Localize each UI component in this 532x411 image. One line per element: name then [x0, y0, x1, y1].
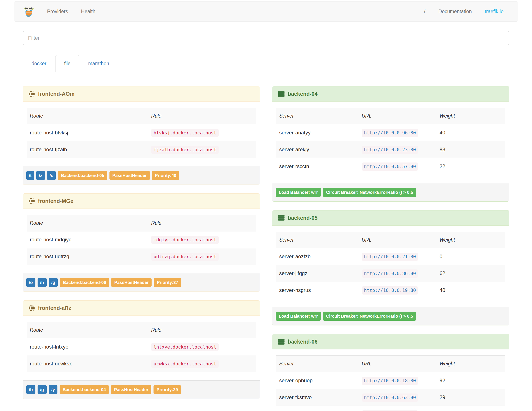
frontend-panel-footer: /t /z /s Backend:backend-05 PassHostHead…	[23, 166, 260, 185]
backend-panel-05: backend-05 Server URL Weight	[272, 210, 509, 326]
main-container: docker file marathon frontend-AOm	[23, 31, 509, 411]
nav-providers[interactable]: Providers	[41, 9, 74, 14]
servers-header-server: Server	[276, 356, 359, 372]
table-row: route-host-ucwksx ucwksx.docker.localhos…	[27, 355, 256, 372]
frontend-panel-body: Route Rule route-host-mdqiyc mdqiyc.dock…	[23, 209, 260, 273]
server-weight: 92	[437, 372, 505, 389]
entrypoint-label: /s	[47, 171, 56, 180]
table-row: server-rscctn http://10.0.0.57:80 22	[276, 158, 505, 175]
server-url: http://10.0.0.57:80	[362, 163, 418, 171]
globe-icon	[28, 198, 35, 204]
frontend-panel-heading: frontend-MGe	[23, 194, 260, 209]
server-url: http://10.0.0.86:80	[362, 269, 418, 278]
route-rule: fjzalb.docker.localhost	[151, 146, 219, 154]
servers-header-weight: Weight	[437, 108, 505, 124]
backends-column: backend-04 Server URL Weight	[272, 86, 509, 411]
server-name: server-jifqgz	[276, 265, 359, 282]
routes-header-route: Route	[27, 322, 148, 338]
server-weight: 29	[437, 389, 505, 406]
table-row: server-jifqgz http://10.0.0.86:80 62	[276, 265, 505, 282]
route-name: route-host-btvksj	[27, 124, 148, 141]
entrypoint-label: /y	[49, 385, 58, 394]
circuit-breaker-label: Circuit Breaker: NetworkErrorRatio () > …	[323, 312, 416, 321]
backend-ref-label: Backend:backend-04	[60, 385, 109, 394]
frontend-panel-AOm: frontend-AOm Route Rule route-host-btvk	[23, 86, 260, 185]
passhostheader-label: PassHostHeader	[111, 385, 151, 394]
frontend-title: frontend-AOm	[38, 91, 75, 97]
passhostheader-label: PassHostHeader	[111, 278, 152, 287]
servers-table: Server URL Weight server-opbuop http://1…	[276, 355, 505, 411]
backend-panel-body: Server URL Weight server-anatyy http://1…	[272, 102, 509, 183]
routes-header-rule: Rule	[148, 215, 256, 231]
load-balancer-label: Load Balancer: wrr	[276, 312, 321, 321]
servers-header-weight: Weight	[437, 356, 505, 372]
servers-header-server: Server	[276, 108, 359, 124]
traefik-logo[interactable]	[23, 5, 35, 18]
frontend-panel-heading: frontend-AOm	[23, 87, 260, 102]
route-rule: lntxye.docker.localhost	[151, 343, 219, 351]
server-url: http://10.0.0.21:80	[362, 253, 418, 261]
server-name: server-opbuop	[276, 372, 359, 389]
server-weight: 62	[437, 265, 505, 282]
nav-traefik-io-link[interactable]: traefik.io	[479, 9, 509, 14]
tab-marathon[interactable]: marathon	[79, 55, 118, 72]
globe-icon	[28, 305, 35, 311]
server-weight: 22	[437, 158, 505, 175]
server-url: http://10.0.0.19:80	[362, 286, 418, 294]
content-columns: frontend-AOm Route Rule route-host-btvk	[23, 86, 509, 411]
routes-table: Route Rule route-host-btvksj btvksj.dock…	[27, 108, 256, 158]
route-rule: btvksj.docker.localhost	[151, 129, 219, 137]
server-url: http://10.0.0.23:80	[362, 146, 418, 154]
server-name: server-aozfzb	[276, 248, 359, 265]
table-row: route-host-fjzalb fjzalb.docker.localhos…	[27, 141, 256, 158]
routes-header-rule: Rule	[148, 322, 256, 338]
routes-table: Route Rule route-host-mdqiyc mdqiyc.dock…	[27, 215, 256, 265]
route-name: route-host-ucwksx	[27, 355, 148, 372]
nav-documentation[interactable]: Documentation	[432, 9, 478, 14]
filter-input[interactable]	[23, 31, 509, 45]
globe-icon	[28, 91, 35, 97]
table-row: server-updome http://10.0.0.92:80 57	[276, 406, 505, 411]
frontend-panel-footer: /o /h /g Backend:backend-06 PassHostHead…	[23, 273, 260, 292]
nav-health[interactable]: Health	[75, 9, 101, 14]
server-name: server-updome	[276, 406, 359, 411]
routes-header-route: Route	[27, 215, 148, 231]
route-name: route-host-udtrzq	[27, 248, 148, 265]
route-name: route-host-mdqiyc	[27, 231, 148, 248]
routes-table: Route Rule route-host-lntxye lntxye.dock…	[27, 322, 256, 372]
route-name: route-host-lntxye	[27, 338, 148, 355]
server-url: http://10.0.0.63:80	[362, 393, 418, 402]
route-name: route-host-fjzalb	[27, 141, 148, 158]
tab-file[interactable]: file	[55, 55, 79, 72]
table-row: route-host-udtrzq udtrzq.docker.localhos…	[27, 248, 256, 265]
server-name: server-nsgrus	[276, 282, 359, 299]
entrypoint-label: /g	[49, 278, 58, 287]
server-weight: 83	[437, 141, 505, 158]
table-row: server-anatyy http://10.0.0.96:80 40	[276, 124, 505, 141]
backend-panel-06: backend-06 Server URL Weight	[272, 334, 509, 411]
backend-panel-footer: Load Balancer: wrr Circuit Breaker: Netw…	[272, 307, 509, 325]
load-balancer-label: Load Balancer: wrr	[276, 188, 321, 197]
navbar: Providers Health / Documentation traefik…	[14, 1, 518, 22]
priority-label: Priority:37	[154, 278, 181, 287]
servers-header-url: URL	[359, 108, 437, 124]
backend-panel-footer: Load Balancer: wrr Circuit Breaker: Netw…	[272, 183, 509, 201]
servers-table: Server URL Weight server-anatyy http://1…	[276, 108, 505, 175]
priority-label: Priority:40	[152, 171, 180, 180]
backend-title: backend-04	[288, 91, 318, 97]
provider-tabs: docker file marathon	[23, 55, 509, 72]
nav-root-slash[interactable]: /	[418, 9, 431, 14]
frontend-panel-body: Route Rule route-host-lntxye lntxye.dock…	[23, 316, 260, 380]
frontend-panel-MGe: frontend-MGe Route Rule route-host-mdqi	[23, 193, 260, 292]
table-row: route-host-mdqiyc mdqiyc.docker.localhos…	[27, 231, 256, 248]
table-row: route-host-lntxye lntxye.docker.localhos…	[27, 338, 256, 355]
server-weight: 40	[437, 124, 505, 141]
table-row: server-tksmvo http://10.0.0.63:80 29	[276, 389, 505, 406]
tab-docker[interactable]: docker	[23, 55, 55, 72]
server-name: server-tksmvo	[276, 389, 359, 406]
servers-header-weight: Weight	[437, 232, 505, 248]
servers-header-server: Server	[276, 232, 359, 248]
priority-label: Priority:29	[153, 385, 181, 394]
server-url: http://10.0.0.18:80	[362, 377, 418, 385]
backend-panel-04: backend-04 Server URL Weight	[272, 86, 509, 202]
